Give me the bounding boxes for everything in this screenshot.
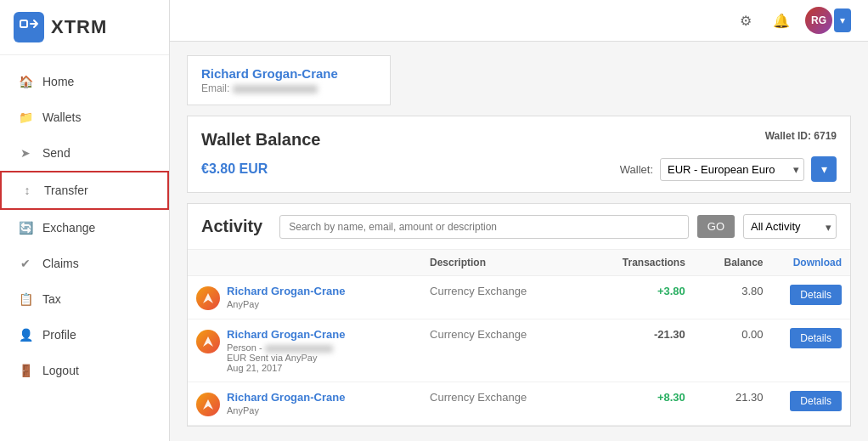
sidebar-nav: 🏠 Home 📁 Wallets ➤ Send ↕ Transfer 🔄 Exc… [0, 55, 169, 441]
home-icon: 🏠 [17, 73, 34, 90]
sidebar-item-profile[interactable]: 👤 Profile [0, 317, 169, 353]
search-input[interactable] [279, 215, 689, 239]
activity-table: Description Transactions Balance Downloa… [188, 250, 850, 426]
sidebar-item-logout[interactable]: 🚪 Logout [0, 353, 169, 388]
sidebar-label-logout: Logout [42, 364, 79, 377]
avatar: RG [805, 7, 832, 34]
user-info-name: Richard Grogan-Crane [227, 285, 345, 297]
row-icon [196, 330, 220, 353]
wallet-balance-section: Wallet Balance Wallet ID: 6719 €3.80 EUR… [187, 116, 851, 193]
sidebar-item-send[interactable]: ➤ Send [0, 135, 169, 171]
user-info-sub: Person - EUR Sent via AnyPayAug 21, 2017 [227, 342, 345, 373]
col-header-user [188, 250, 421, 276]
download-link[interactable]: Download [793, 257, 842, 269]
user-info: Richard Grogan-Crane AnyPay [227, 285, 345, 309]
td-transaction: +3.80 [596, 276, 694, 319]
col-header-transactions: Transactions [596, 250, 694, 276]
logo: XTRM [0, 0, 169, 55]
sidebar-label-exchange: Exchange [42, 221, 95, 235]
sidebar-label-tax: Tax [42, 292, 61, 306]
table-row: Richard Grogan-Crane Person - EUR Sent v… [188, 319, 850, 382]
td-user: Richard Grogan-Crane AnyPay [188, 276, 421, 319]
td-balance: 0.00 [694, 319, 772, 382]
wallet-action-button[interactable]: ▾ [811, 156, 837, 182]
user-info: Richard Grogan-Crane Person - EUR Sent v… [227, 328, 345, 373]
user-info-sub: AnyPay [227, 299, 345, 309]
sidebar-label-wallets: Wallets [42, 110, 81, 124]
td-description: Currency Exchange [421, 276, 596, 319]
col-header-balance: Balance [694, 250, 772, 276]
profile-icon: 👤 [17, 326, 34, 343]
claims-icon: ✔ [17, 255, 34, 272]
tax-icon: 📋 [17, 291, 34, 308]
send-icon: ➤ [17, 144, 34, 161]
sidebar-item-tax[interactable]: 📋 Tax [0, 281, 169, 317]
td-description: Currency Exchange [421, 382, 596, 426]
wallet-balance-header: Wallet Balance Wallet ID: 6719 [201, 130, 837, 150]
row-icon [196, 393, 220, 416]
col-header-description: Description [421, 250, 596, 276]
table-row: Richard Grogan-Crane AnyPay Currency Exc… [188, 276, 850, 319]
activity-filter-wrap: All Activity Sent Received [743, 214, 837, 239]
logout-icon: 🚪 [17, 362, 34, 379]
td-user: Richard Grogan-Crane Person - EUR Sent v… [188, 319, 421, 382]
td-transaction: +8.30 [596, 382, 694, 426]
details-button[interactable]: Details [790, 328, 842, 348]
row-icon [196, 286, 220, 310]
details-button[interactable]: Details [790, 391, 842, 411]
td-details: Details [772, 382, 850, 426]
svg-rect-0 [20, 20, 27, 27]
wallet-label: Wallet: [620, 163, 653, 176]
sidebar-item-transfer[interactable]: ↕ Transfer [0, 171, 169, 210]
topbar: ⚙ 🔔 RG ▾ [170, 0, 868, 42]
go-button[interactable]: GO [697, 215, 735, 238]
wallets-icon: 📁 [17, 109, 34, 126]
avatar-caret[interactable]: ▾ [834, 8, 851, 32]
td-details: Details [772, 276, 850, 319]
sidebar-item-wallets[interactable]: 📁 Wallets [0, 99, 169, 135]
person-prefix: Person - [227, 342, 265, 353]
td-balance: 21.30 [694, 382, 772, 426]
user-info-name: Richard Grogan-Crane [227, 391, 345, 404]
td-balance: 3.80 [694, 276, 772, 319]
td-description: Currency Exchange [421, 319, 596, 382]
sidebar-label-profile: Profile [42, 328, 76, 342]
wallet-balance-title: Wallet Balance [201, 130, 320, 150]
logo-icon [14, 12, 44, 42]
sidebar-label-send: Send [42, 146, 70, 160]
email-blur [233, 85, 318, 93]
col-header-download: Download [772, 250, 850, 276]
main-content: ⚙ 🔔 RG ▾ Richard Grogan-Crane Email: Wal… [170, 0, 868, 441]
sidebar-label-transfer: Transfer [44, 184, 88, 197]
wallet-selector-group: Wallet: EUR - European Euro USD - US Dol… [620, 156, 837, 182]
avatar-menu[interactable]: RG ▾ [805, 7, 851, 34]
balance-amount: €3.80 EUR [201, 161, 268, 177]
sidebar-label-claims: Claims [42, 257, 79, 270]
transfer-icon: ↕ [19, 182, 36, 199]
wallet-id: Wallet ID: 6719 [765, 130, 837, 142]
gear-button[interactable]: ⚙ [734, 8, 758, 32]
activity-filter[interactable]: All Activity Sent Received [743, 214, 837, 239]
td-transaction: -21.30 [596, 319, 694, 382]
user-info: Richard Grogan-Crane AnyPay [227, 391, 345, 416]
user-info-sub: AnyPay [227, 405, 345, 416]
table-header-row: Description Transactions Balance Downloa… [188, 250, 850, 276]
user-card: Richard Grogan-Crane Email: [187, 55, 391, 105]
sidebar-item-claims[interactable]: ✔ Claims [0, 246, 169, 281]
wallet-select[interactable]: EUR - European Euro USD - US Dollar GBP … [660, 158, 804, 181]
activity-header: Activity GO All Activity Sent Received [188, 204, 850, 250]
person-blur [265, 345, 333, 353]
td-details: Details [772, 319, 850, 382]
td-user: Richard Grogan-Crane AnyPay [188, 382, 421, 426]
wallet-balance-row: €3.80 EUR Wallet: EUR - European Euro US… [201, 156, 837, 182]
details-button[interactable]: Details [790, 285, 842, 305]
user-name: Richard Grogan-Crane [201, 66, 376, 81]
sidebar-label-home: Home [42, 75, 74, 88]
wallet-select-wrap: EUR - European Euro USD - US Dollar GBP … [660, 158, 804, 181]
bell-button[interactable]: 🔔 [769, 8, 793, 32]
sidebar: XTRM 🏠 Home 📁 Wallets ➤ Send ↕ Transfer … [0, 0, 170, 441]
sidebar-item-exchange[interactable]: 🔄 Exchange [0, 210, 169, 246]
logo-text: XTRM [51, 16, 107, 38]
content-area: Richard Grogan-Crane Email: Wallet Balan… [170, 42, 868, 440]
sidebar-item-home[interactable]: 🏠 Home [0, 64, 169, 99]
